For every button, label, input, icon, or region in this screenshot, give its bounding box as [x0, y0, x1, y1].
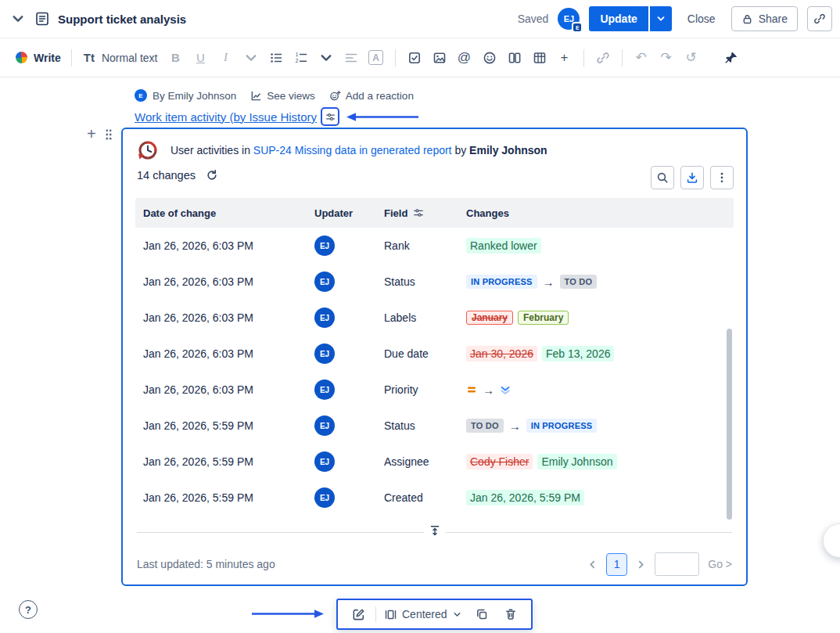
updater-avatar[interactable]: EJ: [314, 379, 335, 400]
write-ai-icon: [16, 52, 27, 63]
layout-centered-icon: [385, 609, 397, 620]
bold-button[interactable]: B: [164, 46, 188, 70]
layout-dropdown[interactable]: Centered: [382, 608, 465, 620]
refresh-icon[interactable]: [206, 169, 218, 182]
avatar[interactable]: EJ E: [558, 8, 580, 30]
row-changes: TO DO→IN PROGRESS: [458, 419, 734, 433]
update-button[interactable]: Update: [589, 6, 648, 31]
table-scrollbar[interactable]: [727, 329, 732, 520]
copy-link-button[interactable]: [807, 6, 832, 31]
emoji-icon[interactable]: [478, 46, 501, 70]
drag-handle-icon[interactable]: [105, 128, 113, 143]
table-icon[interactable]: [528, 46, 551, 70]
kebab-menu-icon[interactable]: [710, 166, 734, 189]
layout-columns-icon[interactable]: [503, 46, 526, 70]
write-mode-button[interactable]: Write: [13, 52, 64, 64]
byline: E By Emily Johnson See views Add a react…: [135, 89, 428, 102]
change-added: Emily Johnson: [537, 454, 616, 469]
updater-avatar[interactable]: EJ: [314, 415, 335, 436]
col-field: Field: [376, 207, 458, 219]
mention-icon[interactable]: @: [453, 46, 476, 70]
table-row: Jan 26, 2026, 6:03 PMEJRankRanked lower: [135, 228, 734, 264]
text-color-label: A: [368, 50, 383, 65]
row-date: Jan 26, 2026, 5:59 PM: [135, 455, 307, 468]
update-dropdown-button[interactable]: [650, 6, 672, 31]
annotation-arrow-left-icon: [346, 112, 420, 122]
see-views-button[interactable]: See views: [250, 90, 315, 102]
align-icon[interactable]: [339, 46, 363, 70]
row-updater: EJ: [307, 236, 376, 256]
format-more-chevron-icon[interactable]: [239, 46, 263, 70]
macro-floating-toolbar: Centered: [336, 599, 533, 630]
issue-link[interactable]: SUP-24 Missing data in generated report: [253, 144, 452, 156]
italic-button[interactable]: I: [214, 46, 238, 70]
redo-icon[interactable]: ↷: [655, 46, 678, 70]
work-item-activity-card[interactable]: User activities in SUP-24 Missing data i…: [121, 128, 748, 586]
underline-button[interactable]: U: [189, 46, 213, 70]
trash-icon[interactable]: [499, 602, 522, 626]
row-date: Jan 26, 2026, 5:59 PM: [135, 491, 307, 504]
insert-plus-icon[interactable]: +: [553, 46, 576, 70]
updater-avatar[interactable]: EJ: [314, 343, 335, 364]
bullet-list-icon[interactable]: [264, 46, 288, 70]
add-reaction-button[interactable]: Add a reaction: [329, 90, 414, 102]
undo-icon[interactable]: ↶: [630, 46, 653, 70]
macro-settings-icon[interactable]: [321, 107, 339, 126]
updater-avatar[interactable]: EJ: [314, 272, 335, 292]
col-date-of-change: Date of change: [135, 207, 307, 219]
row-field: Assignee: [376, 455, 458, 468]
version-history-icon[interactable]: ↺: [680, 46, 703, 70]
row-date: Jan 26, 2026, 6:03 PM: [135, 311, 307, 324]
text-color-icon[interactable]: A: [364, 46, 388, 70]
insert-block-plus-icon[interactable]: +: [87, 126, 96, 142]
help-icon[interactable]: ?: [19, 600, 38, 619]
document-icon: [34, 11, 50, 27]
activity-rows: Jan 26, 2026, 6:03 PMEJRankRanked lowerJ…: [135, 228, 734, 516]
updater-avatar[interactable]: EJ: [314, 451, 335, 472]
row-changes: Ranked lower: [458, 238, 734, 254]
pagination-prev-icon[interactable]: [587, 559, 598, 570]
download-icon[interactable]: [680, 166, 704, 189]
pin-toolbar-icon[interactable]: [720, 46, 743, 70]
page-input[interactable]: [655, 552, 699, 576]
saved-status: Saved: [518, 13, 549, 25]
row-updater: EJ: [307, 451, 376, 472]
byline-author: By Emily Johnson: [153, 90, 236, 102]
updater-avatar[interactable]: EJ: [314, 308, 335, 328]
updater-avatar[interactable]: EJ: [314, 236, 335, 256]
resize-height-icon[interactable]: [424, 525, 446, 538]
insert-link-icon[interactable]: [591, 46, 615, 70]
share-button[interactable]: Share: [731, 6, 798, 31]
task-list-icon[interactable]: [403, 46, 426, 70]
close-button[interactable]: Close: [681, 13, 722, 25]
card-actions: [651, 166, 734, 189]
macro-title-link[interactable]: Work item activity (by Issue History: [135, 110, 317, 124]
svg-text:2: 2: [295, 58, 298, 63]
row-date: Jan 26, 2026, 6:03 PM: [135, 275, 307, 288]
text-style-label: Normal text: [102, 52, 158, 64]
col-changes: Changes: [458, 207, 734, 219]
numbered-list-icon[interactable]: 12: [289, 46, 313, 70]
byline-avatar[interactable]: E: [135, 89, 147, 102]
last-updated: Last updated: 5 minutes ago: [137, 558, 275, 570]
table-row: Jan 26, 2026, 5:59 PMEJStatusTO DO→IN PR…: [135, 408, 734, 444]
edit-icon[interactable]: [346, 602, 370, 626]
field-filter-icon[interactable]: [413, 207, 424, 218]
pagination-next-icon[interactable]: [636, 559, 646, 570]
change-label-added: February: [518, 311, 569, 325]
change-badge-inprogress: IN PROGRESS: [466, 275, 537, 289]
copy-icon[interactable]: [470, 602, 494, 626]
analytics-chart-icon: [250, 90, 262, 102]
change-removed: Jan 30, 2026: [466, 346, 537, 361]
col-field-label: Field: [384, 207, 407, 219]
edge-floating-button[interactable]: [823, 523, 840, 558]
image-icon[interactable]: [428, 46, 451, 70]
go-button[interactable]: Go >: [708, 558, 732, 570]
collapse-chevron-icon[interactable]: [9, 7, 27, 31]
row-changes: Jan 30, 2026Feb 13, 2026: [458, 346, 734, 361]
updater-avatar[interactable]: EJ: [314, 487, 335, 508]
text-style-dropdown[interactable]: Tt Normal text: [79, 51, 163, 64]
page-number[interactable]: 1: [606, 553, 627, 576]
search-icon[interactable]: [651, 166, 674, 189]
list-more-chevron-icon[interactable]: [314, 46, 338, 70]
